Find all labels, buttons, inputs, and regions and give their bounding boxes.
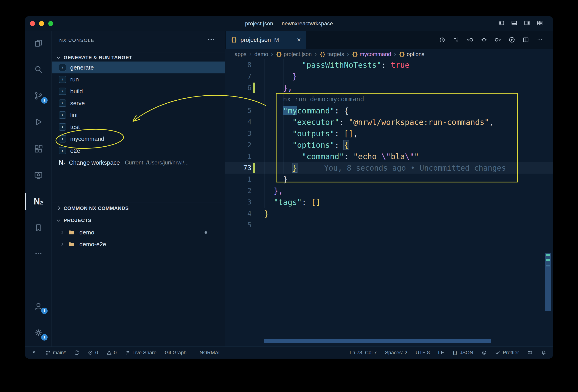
status-encoding[interactable]: UTF-8 (416, 350, 430, 356)
codelens-link[interactable]: nx run demo:mycommand (283, 93, 364, 105)
section-generate-run-target[interactable]: GENERATE & RUN TARGET (52, 53, 225, 62)
project-demo-e2e[interactable]: demo-e2e (52, 238, 225, 250)
activity-run-and-debug[interactable] (25, 110, 52, 133)
code-text: } (264, 208, 269, 219)
status-git-branch[interactable]: main* (45, 350, 66, 356)
status-feedback[interactable] (482, 350, 487, 355)
status-remote-indicator[interactable] (32, 350, 37, 355)
line-number: 1 (225, 174, 251, 185)
code-token: true (391, 60, 410, 70)
activity-explorer[interactable] (25, 32, 52, 55)
compare-button[interactable] (453, 36, 459, 43)
breadcrumb-project.json[interactable]: {}project.json (276, 51, 312, 57)
run-debug-icon (34, 117, 43, 127)
target-mycommand[interactable]: ›mycommand (52, 133, 225, 145)
breadcrumb-targets[interactable]: {}targets (320, 51, 344, 57)
layout-sidebar-right-button[interactable] (524, 20, 530, 27)
section-projects[interactable]: PROJECTS (52, 214, 225, 226)
status-language-mode[interactable]: {}JSON (452, 350, 473, 356)
code-line: 3 "outputs": [], (225, 128, 553, 139)
line-number: 3 (225, 128, 251, 139)
layout-panel-button[interactable] (511, 20, 518, 27)
run-button[interactable] (508, 36, 515, 43)
breadcrumb-mycommand[interactable]: {}mycommand (352, 51, 391, 57)
git-modified-indicator: M (274, 36, 279, 44)
titlebar: project.json — newnxreactwrkspace (25, 16, 553, 31)
layout-grid-button[interactable] (536, 20, 543, 27)
target-build[interactable]: ›build (52, 85, 225, 97)
status-cursor-position[interactable]: Ln 73, Col 7 (350, 350, 377, 356)
status-eol[interactable]: LF (438, 350, 444, 356)
vertical-scrollbar[interactable] (545, 253, 551, 311)
status-sync[interactable] (74, 350, 79, 355)
target-generate[interactable]: ›generate (52, 61, 225, 73)
more-button[interactable] (536, 36, 543, 43)
codelens-row: nx run demo:mycommand (225, 93, 553, 105)
breadcrumb-apps[interactable]: apps (235, 51, 246, 57)
activity-search[interactable] (25, 58, 52, 81)
activity-nx-console[interactable]: N≥ (25, 190, 52, 213)
code-token: }, (274, 186, 283, 195)
breadcrumb-demo[interactable]: demo (254, 51, 268, 57)
split-editor-button[interactable] (522, 36, 529, 43)
badge: 1 (41, 334, 48, 341)
code-area[interactable]: 8 "passWithNoTests": true7 }6 },nx run d… (225, 59, 553, 347)
activity-extensions[interactable] (25, 137, 52, 160)
section-title: PROJECTS (64, 218, 92, 223)
braces-icon: {} (320, 51, 325, 57)
activity-source-control[interactable]: 1 (25, 85, 52, 107)
status-indentation[interactable]: Spaces: 2 (385, 350, 407, 356)
activity-settings[interactable]: 1 (25, 321, 52, 344)
project-demo[interactable]: demo (52, 226, 225, 238)
code-line: 2 }, (225, 185, 553, 196)
change-workspace-item[interactable]: N› Change workspace Current: /Users/juri… (52, 157, 225, 169)
code-text: "tags": [] (264, 196, 321, 208)
error-icon (88, 350, 93, 355)
close-tab-button[interactable]: × (297, 36, 301, 44)
status-vim-mode[interactable]: -- NORMAL -- (195, 350, 226, 356)
code-token (264, 118, 292, 127)
status-live-share-session[interactable] (527, 350, 533, 355)
status-errors[interactable]: 0 (88, 350, 98, 356)
activity-accounts[interactable]: 1 (25, 295, 52, 318)
activity-bar: 1N≥11 (25, 31, 52, 347)
layout-sidebar-button[interactable] (498, 20, 505, 27)
target-lint[interactable]: ›lint (52, 109, 225, 121)
tab-project-json[interactable]: {} project.json M × (226, 31, 306, 49)
breadcrumb-options[interactable]: {}options (399, 51, 425, 57)
horizontal-scrollbar[interactable] (264, 339, 491, 343)
target-serve[interactable]: ›serve (52, 97, 225, 109)
panel-more-actions-button[interactable] (206, 35, 214, 43)
status-warnings[interactable]: 0 (106, 350, 117, 356)
prev-change-button[interactable] (467, 36, 474, 43)
target-e2e[interactable]: ›e2e (52, 145, 225, 157)
target-test[interactable]: ›test (52, 121, 225, 133)
line-number: 5 (225, 105, 251, 116)
activity-remote-explorer[interactable] (25, 164, 52, 187)
line-number: 3 (225, 196, 251, 208)
tab-bar: {} project.json M × (225, 31, 553, 49)
project-label: demo-e2e (79, 241, 106, 248)
sidebar: NX CONSOLE GENERATE & RUN TARGET ›genera… (52, 31, 225, 347)
timeline-button[interactable] (439, 36, 445, 43)
code-line: 4 "executor": "@nrwl/workspace:run-comma… (225, 116, 553, 128)
code-token: } (292, 72, 297, 81)
status-live-share[interactable]: Live Share (125, 350, 156, 356)
braces-icon: {} (399, 51, 405, 57)
status-prettier[interactable]: Prettier (495, 350, 519, 356)
activity-bookmarks[interactable] (25, 216, 52, 239)
code-line: 8 "passWithNoTests": true (225, 59, 553, 71)
status-git-graph[interactable]: Git Graph (165, 350, 187, 356)
sync-icon (74, 350, 79, 355)
code-token (264, 106, 283, 115)
target-label: e2e (70, 147, 80, 154)
layout-sidebar-right-icon (524, 20, 530, 26)
target-run[interactable]: ›run (52, 73, 225, 85)
activity-more-views[interactable] (25, 242, 52, 265)
open-changes-button[interactable] (481, 36, 487, 43)
section-common-nx-commands[interactable]: COMMON NX COMMANDS (52, 202, 225, 214)
next-change-button[interactable] (494, 36, 501, 43)
code-text: }You, 8 seconds ago • Uncommitted change… (264, 162, 506, 174)
status-notifications[interactable] (541, 350, 546, 355)
code-text: }, (264, 185, 283, 196)
